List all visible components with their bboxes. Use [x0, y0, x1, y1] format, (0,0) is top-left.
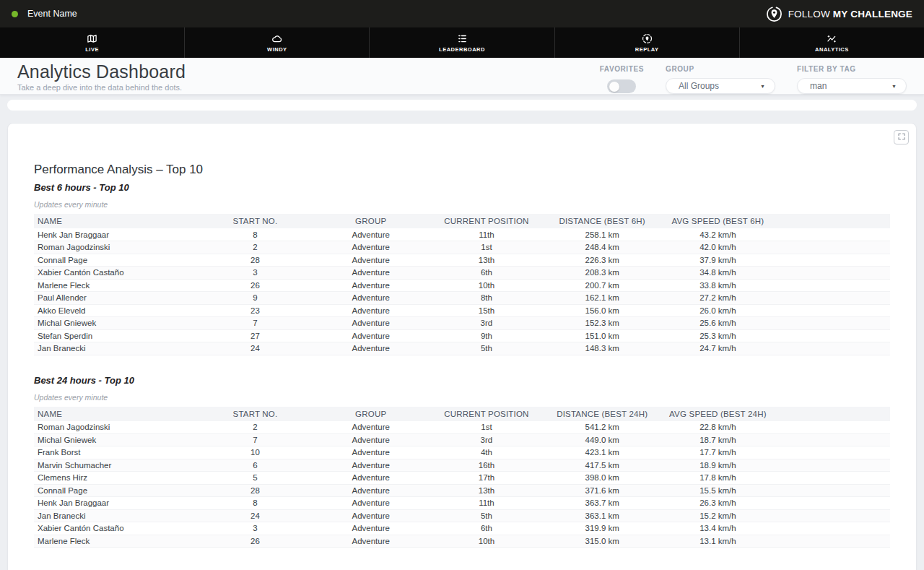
table-cell-spacer [776, 446, 890, 459]
table-cell: 17.7 km/h [660, 446, 775, 459]
table-cell: Roman Jagodzinski [34, 241, 197, 254]
table-cell: Adventure [313, 446, 429, 459]
table-cell: 417.5 km [544, 459, 660, 472]
table-cell: Adventure [313, 279, 429, 292]
table-cell-spacer [776, 484, 890, 497]
section-heading-24h: Best 24 hours - Top 10 [34, 375, 890, 386]
table-cell-spacer [776, 342, 890, 355]
table-cell: 43.2 km/h [660, 228, 775, 241]
table-cell-spacer [776, 509, 890, 522]
table-cell-spacer [776, 421, 890, 434]
list-icon [457, 33, 468, 44]
table-cell: Clemens Hirz [34, 472, 197, 485]
table-cell-spacer [776, 279, 890, 292]
table-cell-spacer [776, 535, 890, 548]
analytics-card: Performance Analysis – Top 10 Best 6 hou… [7, 123, 917, 570]
table-cell: Michal Gniewek [34, 317, 197, 330]
table-cell: 3 [197, 267, 313, 280]
table-cell-spacer [776, 459, 890, 472]
table-cell: 18.9 km/h [660, 459, 775, 472]
table-cell: Henk Jan Braggaar [34, 497, 197, 510]
tab-replay[interactable]: REPLAY [555, 27, 740, 58]
table-row: Roman Jagodzinski2Adventure1st541.2 km22… [34, 421, 890, 434]
table-cell: Jan Branecki [34, 509, 197, 522]
table-cell: 34.8 km/h [660, 267, 775, 280]
table-cell: 5th [429, 342, 544, 355]
brand-my-challenge: MY CHALLENGE [833, 9, 912, 20]
tab-live[interactable]: LIVE [0, 27, 185, 58]
chevron-down-icon: ▼ [892, 84, 897, 89]
group-label: GROUP [666, 65, 694, 73]
table-cell: Connall Page [34, 484, 197, 497]
table-cell: 15.5 km/h [660, 484, 775, 497]
table-row: Frank Borst10Adventure4th423.1 km17.7 km… [34, 446, 890, 459]
table-cell: 22.8 km/h [660, 421, 775, 434]
table-row: Jan Branecki24Adventure5th148.3 km24.7 k… [34, 342, 890, 355]
table-cell: 18.7 km/h [660, 433, 775, 446]
table-cell: 258.1 km [544, 228, 660, 241]
table-cell: 371.6 km [544, 484, 660, 497]
column-header-start-no: START NO. [197, 214, 313, 228]
table-cell-spacer [776, 292, 890, 305]
table-cell: 2 [197, 421, 313, 434]
table-cell: 26 [197, 279, 313, 292]
table-body-24h: Roman Jagodzinski2Adventure1st541.2 km22… [34, 421, 890, 548]
table-cell: Adventure [313, 342, 429, 355]
table-cell: 5 [197, 472, 313, 485]
table-cell: 16th [429, 459, 544, 472]
table-cell: Jan Branecki [34, 342, 197, 355]
group-select-value: All Groups [679, 81, 719, 91]
section-note-6h: Updates every minute [34, 200, 890, 209]
table-cell-spacer [776, 433, 890, 446]
table-cell-spacer [776, 304, 890, 317]
table-cell: 24 [197, 509, 313, 522]
event-info: Event Name [12, 9, 77, 19]
table-cell: Adventure [313, 535, 429, 548]
table-cell: 449.0 km [544, 433, 660, 446]
tab-leaderboard[interactable]: LEADERBOARD [370, 27, 554, 58]
table-cell: Adventure [313, 254, 429, 267]
tag-filter-select[interactable]: man ▼ [797, 78, 907, 94]
table-row: Xabier Cantón Castaño3Adventure6th319.9 … [34, 522, 890, 535]
collapsed-panel [7, 100, 917, 111]
column-header-distance: DISTANCE (BEST 6H) [544, 214, 660, 228]
table-row: Akko Eleveld23Adventure15th156.0 km26.0 … [34, 304, 890, 317]
expand-button[interactable] [894, 130, 909, 144]
table-cell: 25.6 km/h [660, 317, 775, 330]
table-cell: 17.8 km/h [660, 472, 775, 485]
table-cell: 27.2 km/h [660, 292, 775, 305]
table-cell: 24 [197, 342, 313, 355]
table-cell: Adventure [313, 292, 429, 305]
table-header-24h: NAME START NO. GROUP CURRENT POSITION DI… [34, 407, 890, 421]
table-cell: 363.1 km [544, 509, 660, 522]
performance-table-6h: NAME START NO. GROUP CURRENT POSITION DI… [34, 214, 890, 355]
table-cell: Marlene Fleck [34, 279, 197, 292]
table-row: Michal Gniewek7Adventure3rd152.3 km25.6 … [34, 317, 890, 330]
table-cell: 319.9 km [544, 522, 660, 535]
table-cell: 9th [429, 329, 544, 342]
group-select[interactable]: All Groups ▼ [666, 78, 775, 94]
table-cell: 10 [197, 446, 313, 459]
table-cell: 13.1 km/h [660, 535, 775, 548]
table-cell: Akko Eleveld [34, 304, 197, 317]
header-controls: FAVORITES GROUP All Groups ▼ FILTER BY T… [600, 61, 907, 94]
table-cell: 6th [429, 522, 544, 535]
table-cell: 248.4 km [544, 241, 660, 254]
table-row: Michal Gniewek7Adventure3rd449.0 km18.7 … [34, 433, 890, 446]
table-row: Henk Jan Braggaar8Adventure11th363.7 km2… [34, 497, 890, 510]
favorites-toggle[interactable] [607, 79, 636, 93]
table-cell-spacer [776, 329, 890, 342]
table-cell-spacer [776, 241, 890, 254]
table-cell: Adventure [313, 304, 429, 317]
table-cell: 4th [429, 446, 544, 459]
tab-analytics[interactable]: ANALYTICS [740, 27, 924, 58]
table-cell: Adventure [313, 509, 429, 522]
tab-windy[interactable]: WINDY [185, 27, 370, 58]
table-cell: 33.8 km/h [660, 279, 775, 292]
table-cell: 26.3 km/h [660, 497, 775, 510]
table-cell: Adventure [313, 472, 429, 485]
nav-tabs: LIVE WINDY LEADERBOARD REPLAY [0, 27, 924, 58]
table-cell: 7 [197, 433, 313, 446]
page-subtitle: Take a deep dive into the data behind th… [17, 83, 186, 92]
performance-table-24h: NAME START NO. GROUP CURRENT POSITION DI… [34, 407, 890, 548]
